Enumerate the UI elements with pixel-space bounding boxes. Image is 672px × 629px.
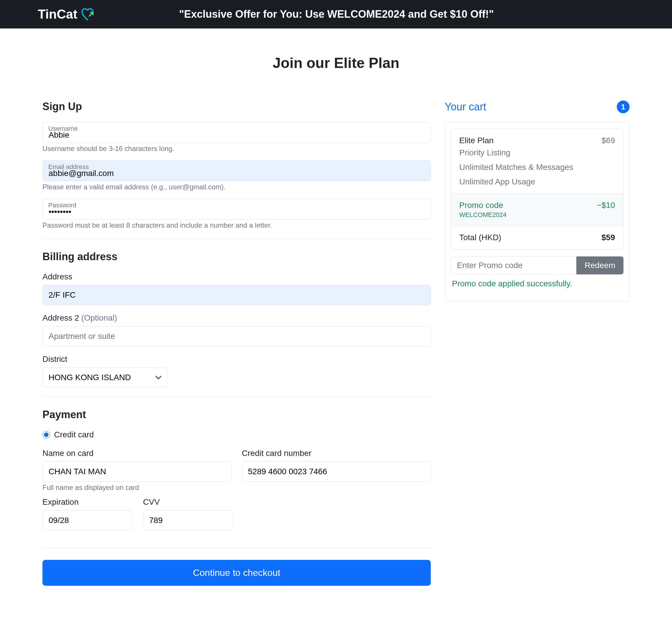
cvv-label: CVV: [143, 498, 233, 507]
total-label: Total (HKD): [459, 233, 501, 242]
payment-title: Payment: [43, 409, 431, 421]
page-title: Join our Elite Plan: [43, 55, 629, 71]
plan-feature: Unlimited Matches & Messages: [459, 162, 573, 172]
promo-label: Promo code: [459, 201, 507, 210]
cart-panel: Elite Plan Priority Listing Unlimited Ma…: [445, 123, 629, 301]
redeem-button[interactable]: Redeem: [576, 256, 623, 274]
password-input[interactable]: [43, 199, 431, 220]
cart-item-promo: Promo code WELCOME2024 −$10: [451, 194, 623, 226]
checkout-button[interactable]: Continue to checkout: [43, 560, 431, 586]
credit-card-label: Credit card: [54, 430, 94, 439]
name-on-card-label: Name on card: [43, 449, 231, 458]
address-input[interactable]: [43, 285, 431, 305]
username-input[interactable]: [43, 122, 431, 143]
cc-number-label: Credit card number: [242, 449, 431, 458]
address-label: Address: [43, 272, 431, 281]
divider: [43, 397, 431, 397]
signup-title: Sign Up: [43, 100, 431, 113]
plan-price: $69: [601, 136, 615, 145]
plan-feature: Unlimited App Usage: [459, 177, 573, 186]
billing-title: Billing address: [43, 251, 431, 263]
promo-code: WELCOME2024: [459, 211, 507, 219]
expiration-label: Expiration: [43, 498, 133, 507]
cart-count-badge: 1: [617, 100, 629, 113]
address2-input[interactable]: [43, 326, 431, 347]
cvv-input[interactable]: [143, 510, 233, 531]
cart-item-plan: Elite Plan Priority Listing Unlimited Ma…: [451, 129, 623, 194]
total-value: $59: [601, 233, 615, 242]
heart-arrow-icon: [80, 7, 95, 22]
password-help: Password must be at least 8 characters a…: [43, 221, 431, 229]
plan-feature: Priority Listing: [459, 148, 573, 157]
expiration-input[interactable]: [43, 510, 133, 531]
cc-number-input[interactable]: [242, 461, 431, 482]
brand-text: TinCat: [38, 7, 77, 22]
cart-total: Total (HKD) $59: [451, 226, 623, 249]
name-on-card-input[interactable]: [43, 461, 231, 482]
divider: [43, 548, 431, 548]
district-label: District: [43, 355, 431, 364]
name-help: Full name as displayed on card: [43, 483, 231, 492]
promo-success-message: Promo code applied successfully.: [451, 279, 623, 295]
promo-banner: "Exclusive Offer for You: Use WELCOME202…: [179, 8, 494, 20]
navbar: TinCat "Exclusive Offer for You: Use WEL…: [0, 0, 672, 28]
cart-title: Your cart: [445, 101, 486, 113]
district-select[interactable]: HONG KONG ISLAND: [43, 367, 167, 387]
plan-name: Elite Plan: [459, 136, 573, 145]
promo-discount: −$10: [597, 201, 615, 210]
username-help: Username should be 3-16 characters long.: [43, 145, 431, 153]
promo-input[interactable]: [451, 256, 576, 274]
email-help: Please enter a valid email address (e.g.…: [43, 183, 431, 191]
brand[interactable]: TinCat: [38, 7, 95, 22]
credit-card-radio[interactable]: [43, 431, 50, 438]
address2-label: Address 2 (Optional): [43, 313, 431, 323]
email-input[interactable]: [43, 160, 431, 181]
